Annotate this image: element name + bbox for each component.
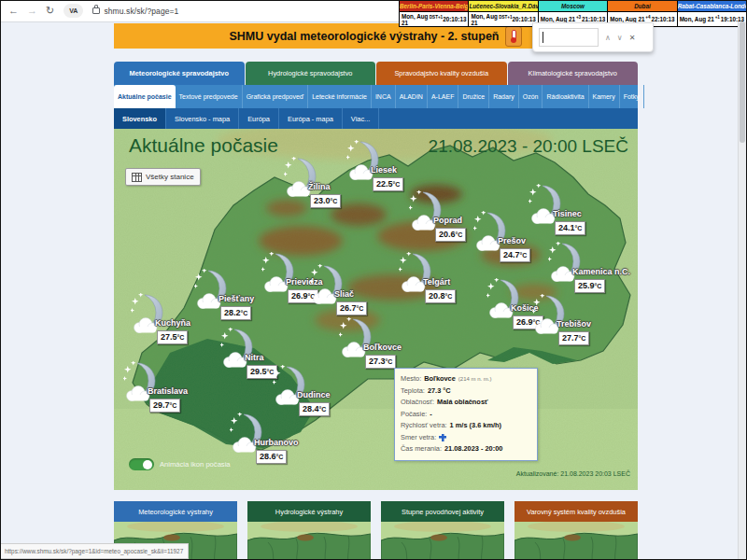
popup-value: - (430, 409, 431, 421)
weather-station[interactable]: Sliač26.7°C (310, 264, 385, 320)
weather-station[interactable]: Telgárt20.8°C (399, 252, 473, 308)
secondary-nav-tab[interactable]: Ozón (519, 85, 543, 108)
clock-date: Mon, Aug 21 (610, 16, 644, 22)
tertiary-nav-tab[interactable]: Európa - mapa (279, 108, 343, 129)
weather-station[interactable]: Tisinec24.1°C (529, 184, 603, 240)
clock-utc-offset: +1 (715, 15, 720, 20)
clock-utc-offset: DST+1 (499, 15, 512, 20)
secondary-nav-tab[interactable]: Letecké informácie (308, 85, 372, 108)
footer-panel-title[interactable]: Hydrologické výstrahy (247, 501, 371, 522)
footer-panel[interactable]: Hydrologické výstrahy (247, 501, 371, 560)
secondary-nav-tab[interactable]: Aktuálne počasie (114, 85, 176, 108)
weather-station[interactable]: Hurbanovo28.6°C (230, 413, 304, 469)
site-logo-badge[interactable]: VA (63, 4, 83, 18)
station-temperature: 20.8°C (425, 289, 456, 303)
tertiary-nav-tab[interactable]: Slovensko - mapa (166, 108, 239, 129)
tertiary-nav-tab[interactable]: Viac... (343, 108, 379, 129)
vertical-scrollbar[interactable] (738, 21, 746, 559)
weather-station[interactable]: Poprad20.6°C (409, 190, 484, 246)
all-stations-button[interactable]: Všetky stanice (125, 168, 201, 186)
warning-text: SHMU vydal meteorologické výstrahy - 2. … (230, 30, 500, 43)
secondary-nav-tab[interactable]: ALADIN (396, 85, 428, 108)
temp-unit: °C (319, 406, 327, 413)
world-clock: Lučenec-Slovakia_R.DávidMon, Aug 21DST+1… (469, 1, 538, 26)
secondary-nav-tab[interactable]: Textové predpovede (176, 85, 243, 108)
clock-time: 20:10:13 (513, 16, 536, 22)
station-temperature: 22.5°C (373, 177, 403, 191)
lock-icon[interactable] (92, 7, 100, 14)
footer-panel-title[interactable]: Stupne povodňovej aktivity (381, 501, 504, 522)
primary-nav-tab[interactable]: Klimatologické spravodajstvo (508, 62, 639, 85)
popup-label: Rýchlosť vetra: (401, 420, 447, 432)
tertiary-nav-tab[interactable]: Európa (239, 108, 279, 129)
weather-station[interactable]: Liesek22.5°C (346, 140, 421, 196)
temp-unit: °C (579, 335, 586, 342)
refresh-icon[interactable]: ↻ (46, 6, 54, 16)
close-icon[interactable]: ✕ (629, 34, 636, 42)
footer-panel[interactable]: Varovný systém kvality ovzdušia (514, 501, 638, 560)
secondary-nav-tab[interactable]: Rádioaktivita (543, 85, 588, 108)
footer-panel-minimap[interactable] (247, 522, 371, 560)
temp-unit: °C (331, 198, 338, 204)
footer-panel-minimap[interactable] (514, 522, 638, 560)
popup-row: Smer vetra: (401, 432, 531, 444)
station-temperature: 24.7°C (500, 248, 530, 262)
clock-time: 22:10:13 (651, 16, 674, 22)
primary-nav-tab[interactable]: Spravodajstvo kvality ovzdušia (376, 62, 507, 85)
station-name: Dudince (297, 390, 331, 399)
clock-time: 20:10:13 (443, 16, 466, 22)
station-temperature: 20.6°C (435, 228, 466, 242)
text-caret (543, 32, 543, 43)
station-temperature: 26.7°C (336, 301, 367, 315)
popup-label: Čas merania: (401, 443, 442, 455)
secondary-nav-tab[interactable]: INCA (372, 85, 396, 108)
find-previous-icon[interactable]: ∧ (605, 34, 611, 42)
footer-panel[interactable]: Stupne povodňovej aktivity (381, 501, 504, 560)
secondary-nav-tab[interactable]: Kamery (589, 85, 620, 108)
minimap-image (247, 522, 371, 560)
address-bar-url[interactable]: shmu.sk/sk/?page=1 (104, 7, 178, 16)
station-temperature: 23.0°C (310, 194, 341, 208)
find-next-icon[interactable]: ∨ (617, 34, 623, 42)
popup-value: 21.08.2023 - 20:00 (444, 443, 502, 455)
clock-city-label: Lučenec-Slovakia_R.Dávid (469, 1, 537, 12)
popup-row: Mesto:Boľkovce(214 m n. m.) (401, 373, 531, 385)
weather-station[interactable]: Trebišov27.7°C (532, 294, 607, 350)
clock-time: 21:10:13 (582, 16, 605, 22)
weather-station[interactable]: Bratislava29.7°C (123, 361, 198, 417)
back-icon[interactable]: ← (8, 6, 19, 16)
popup-value: 1 m/s (3.6 km/h) (450, 420, 501, 432)
find-input[interactable] (539, 28, 599, 47)
secondary-nav-tab[interactable]: Grafická predpoveď (243, 85, 309, 108)
station-temperature: 27.7°C (558, 331, 589, 345)
popup-row: Oblačnosť:Malá oblačnosť (401, 397, 531, 409)
station-name: Trebišov (557, 319, 591, 329)
secondary-nav-tab[interactable]: Fotky (620, 85, 644, 108)
station-temperature: 25.9°C (574, 279, 605, 293)
secondary-nav-tab[interactable]: Radary (489, 85, 519, 108)
status-bar: https://www.shmu.sk/sk/?page=1&id=meteo_… (0, 543, 189, 559)
weather-station[interactable]: Piešťany28.2°C (194, 269, 269, 325)
animation-toggle[interactable] (129, 458, 154, 470)
station-temperature: 28.6°C (256, 450, 287, 464)
popup-label: Oblačnosť: (401, 397, 434, 409)
station-name: Bratislava (148, 386, 188, 396)
primary-nav-tab[interactable]: Meteorologické spravodajstvo (114, 62, 245, 85)
page-title: Aktuálne počasie (129, 134, 278, 157)
thermometer-icon (505, 26, 522, 47)
primary-nav-tab[interactable]: Hydrologické spravodajstvo (246, 62, 376, 85)
secondary-nav-tab[interactable]: Družice (458, 85, 489, 108)
footer-panel-minimap[interactable] (381, 522, 504, 560)
clock-time-row: Mon, Aug 21DST+120:10:13 (469, 12, 537, 26)
tertiary-nav-tab[interactable]: Slovensko (114, 108, 166, 129)
footer-panel-title[interactable]: Meteorologické výstrahy (114, 501, 237, 522)
primary-nav: Meteorologické spravodajstvoHydrologické… (114, 62, 638, 85)
weather-station[interactable]: Boľkovce27.3°C (339, 317, 414, 373)
weather-station[interactable]: Kuchyňa27.5°C (131, 293, 205, 349)
secondary-nav-tab[interactable]: A-LAEF (428, 85, 459, 108)
footer-panel-title[interactable]: Varovný systém kvality ovzdušia (514, 501, 638, 522)
clock-city-label: Berlin-Paris-Vienna-Belgrade (400, 1, 468, 12)
scrollbar-thumb[interactable] (740, 21, 745, 143)
forward-icon[interactable]: → (27, 6, 37, 16)
weather-map[interactable]: Aktuálne počasie 21.08.2023 - 20:00 LSEČ… (114, 129, 638, 490)
